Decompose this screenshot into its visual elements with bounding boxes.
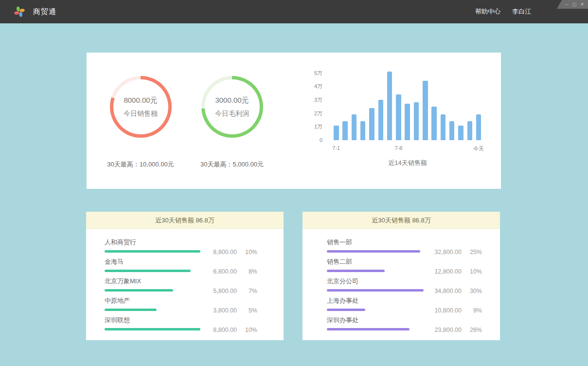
daily-bar-7 xyxy=(396,94,401,140)
rank-amount: 3,800.00 xyxy=(207,307,237,314)
rank-name: 北京万象MIX xyxy=(105,278,207,285)
daily-bar-1 xyxy=(342,121,348,140)
close-icon[interactable]: ✕ xyxy=(580,2,585,7)
rank-percent: 10% xyxy=(466,268,482,275)
daily-bar-14 xyxy=(458,126,463,140)
app-title: 商贸通 xyxy=(33,7,56,17)
y-tick: 2万 xyxy=(301,110,322,117)
rank-row: 深圳联想8,800.0010% xyxy=(86,317,284,336)
daily-bar-0 xyxy=(334,126,339,140)
rank-bar xyxy=(327,250,420,253)
x-tick: 今天 xyxy=(473,145,484,152)
today-profit-value: 3000.00元 xyxy=(215,96,249,105)
department-sales-card: 近30天销售额 86.8万 销售一部32,800.0025%销售二部12,800… xyxy=(303,212,500,340)
x-tick: 7-8 xyxy=(394,145,402,151)
user-menu[interactable]: 李白江 xyxy=(512,7,531,16)
rank-bar xyxy=(105,250,200,253)
daily-sales-bars xyxy=(334,67,481,140)
rank-row: 北京万象MIX5,800.007% xyxy=(86,278,284,297)
rank-name: 金海马 xyxy=(105,258,207,265)
y-tick: 0 xyxy=(301,137,322,143)
rank-row: 深圳办事处23,800.0026% xyxy=(303,317,500,336)
maximize-icon[interactable]: □ xyxy=(572,2,577,7)
daily-bar-13 xyxy=(449,121,455,140)
rank-row: 中原地产3,800.005% xyxy=(86,297,284,317)
daily-bar-10 xyxy=(423,81,428,140)
rank-row: 金海马6,800.008% xyxy=(86,258,284,278)
help-center-link[interactable]: 帮助中心 xyxy=(475,7,500,16)
today-profit-gauge: 3000.00元 今日毛利润 30天最高：5,000.00元 xyxy=(186,76,278,169)
today-sales-donut: 8000.00元 今日销售额 xyxy=(110,76,172,138)
rank-name: 北京分公司 xyxy=(327,278,431,285)
today-sales-value: 8000.00元 xyxy=(124,96,157,105)
y-tick: 5万 xyxy=(301,69,322,76)
pinwheel-logo-icon xyxy=(14,6,25,18)
daily-bar-3 xyxy=(360,121,366,140)
customer-sales-list: 人和商贸行8,800.0010%金海马6,800.008%北京万象MIX5,80… xyxy=(86,229,284,336)
rank-amount: 5,800.00 xyxy=(207,288,237,294)
overview-card: 8000.00元 今日销售额 30天最高：10,000.00元 3000.00元… xyxy=(87,53,501,189)
rank-bar xyxy=(327,289,424,292)
rank-row: 销售二部12,800.0010% xyxy=(303,258,500,278)
rank-bar xyxy=(327,270,385,272)
rank-amount: 8,800.00 xyxy=(207,249,237,256)
rank-percent: 9% xyxy=(466,307,482,314)
rank-amount: 6,800.00 xyxy=(207,268,237,275)
department-sales-list: 销售一部32,800.0025%销售二部12,800.0010%北京分公司34,… xyxy=(303,229,500,336)
daily-bar-6 xyxy=(387,72,392,140)
daily-bar-16 xyxy=(476,114,481,140)
x-axis: 7-17-8今天 xyxy=(334,145,481,153)
minimize-icon[interactable]: — xyxy=(564,2,569,7)
rank-amount: 10,800.00 xyxy=(431,307,462,314)
rank-bar xyxy=(105,309,157,311)
today-profit-label: 今日毛利润 xyxy=(215,110,249,118)
rank-row: 北京分公司34,800.0030% xyxy=(303,278,500,297)
today-sales-label: 今日销售额 xyxy=(124,110,158,118)
rank-bar xyxy=(105,270,191,272)
daily-sales-chart: 5万4万3万2万1万0 7-17-8今天 近14天销售额 xyxy=(301,53,493,189)
daily-bar-5 xyxy=(378,100,384,140)
y-tick: 4万 xyxy=(301,83,322,90)
rank-percent: 7% xyxy=(242,288,257,294)
titlebar: 商贸通 帮助中心 李白江 xyxy=(0,0,588,23)
rank-row: 上海办事处10,800.009% xyxy=(303,297,500,317)
rank-percent: 25% xyxy=(466,249,482,256)
rank-amount: 8,800.00 xyxy=(207,327,237,333)
x-tick: 7-1 xyxy=(332,145,340,151)
rank-name: 销售一部 xyxy=(327,239,431,246)
daily-bar-12 xyxy=(441,114,446,140)
daily-bar-4 xyxy=(369,108,374,140)
y-tick: 1万 xyxy=(301,123,322,130)
today-sales-gauge: 8000.00元 今日销售额 30天最高：10,000.00元 xyxy=(94,76,187,169)
department-sales-card-title: 近30天销售额 86.8万 xyxy=(303,212,500,229)
daily-bar-9 xyxy=(414,102,419,140)
daily-bar-15 xyxy=(467,121,473,140)
y-tick: 3万 xyxy=(301,96,322,103)
rank-bar xyxy=(105,328,200,330)
today-profit-donut: 3000.00元 今日毛利润 xyxy=(201,76,263,138)
today-sales-30d-max: 30天最高：10,000.00元 xyxy=(94,160,187,169)
rank-percent: 5% xyxy=(242,307,257,314)
customer-sales-card: 近30天销售额 86.8万 人和商贸行8,800.0010%金海马6,800.0… xyxy=(86,212,284,340)
window-controls: — □ ✕ xyxy=(557,0,588,9)
daily-bar-11 xyxy=(431,107,437,140)
rank-percent: 30% xyxy=(466,288,482,294)
rank-name: 销售二部 xyxy=(327,258,431,265)
rank-name: 人和商贸行 xyxy=(105,239,207,246)
rank-name: 中原地产 xyxy=(105,297,207,304)
rank-bar xyxy=(327,328,410,330)
rank-amount: 12,800.00 xyxy=(431,268,462,275)
daily-bar-2 xyxy=(352,114,357,140)
rank-name: 深圳办事处 xyxy=(327,317,431,324)
rank-amount: 32,800.00 xyxy=(431,249,462,256)
rank-percent: 26% xyxy=(466,327,482,333)
rank-bar xyxy=(105,289,173,292)
rank-percent: 8% xyxy=(242,268,257,275)
y-axis: 5万4万3万2万1万0 xyxy=(301,67,322,140)
rank-percent: 10% xyxy=(242,249,257,256)
today-profit-30d-max: 30天最高：5,000.00元 xyxy=(186,160,278,169)
customer-sales-card-title: 近30天销售额 86.8万 xyxy=(86,212,284,229)
rank-name: 深圳联想 xyxy=(105,317,207,324)
daily-bar-8 xyxy=(405,104,410,140)
rank-bar xyxy=(327,309,365,311)
